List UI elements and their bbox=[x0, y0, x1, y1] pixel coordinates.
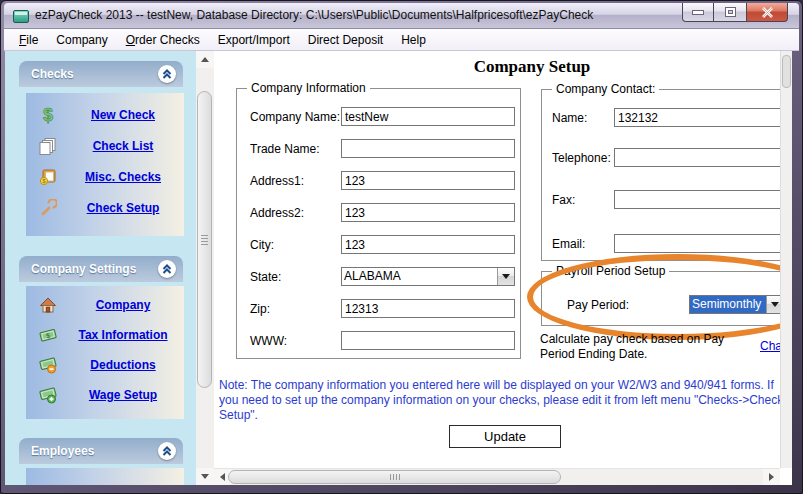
www-label: WWW: bbox=[250, 334, 287, 348]
company-name-label: Company Name: bbox=[250, 110, 340, 124]
sidebar-item-label[interactable]: Company bbox=[62, 298, 184, 312]
collapse-button[interactable] bbox=[158, 442, 176, 460]
sidebar-panel-header-company-settings[interactable]: Company Settings bbox=[19, 256, 183, 282]
company-setup-panel: Company Setup Company Information Compan… bbox=[214, 51, 792, 485]
minimize-icon bbox=[693, 11, 703, 14]
maximize-button[interactable] bbox=[714, 3, 746, 22]
field-row-address2: Address2: bbox=[237, 203, 520, 222]
chevron-double-up-icon bbox=[161, 445, 173, 457]
email-field[interactable] bbox=[614, 234, 782, 253]
telephone-label: Telephone: bbox=[552, 151, 611, 165]
copy-pages-icon bbox=[34, 137, 62, 155]
payroll-period-groupbox: Payroll Period Setup Pay Period: Semimon… bbox=[541, 271, 789, 326]
close-button[interactable] bbox=[746, 3, 788, 22]
close-icon bbox=[761, 7, 774, 18]
calculate-note: Calculate pay check based on Pay Period … bbox=[540, 332, 748, 362]
pay-period-combobox[interactable]: Semimonthly bbox=[689, 295, 784, 314]
email-label: Email: bbox=[552, 237, 585, 251]
chevron-double-up-icon bbox=[161, 263, 173, 275]
scroll-up-button[interactable] bbox=[196, 51, 214, 68]
menu-bar: FileCompanyOrder ChecksExport/ImportDire… bbox=[4, 29, 799, 51]
horizontal-scrollbar[interactable] bbox=[214, 468, 780, 485]
sidebar-item-misc-checks[interactable]: $Misc. Checks bbox=[26, 161, 184, 192]
client-area: Checks$New CheckCheck List$Misc. ChecksC… bbox=[5, 51, 792, 485]
city-field[interactable] bbox=[341, 235, 515, 254]
sidebar-item-label[interactable]: New Check bbox=[62, 108, 184, 122]
menu-item-company[interactable]: Company bbox=[47, 30, 116, 50]
vertical-scrollbar-thumb[interactable] bbox=[197, 91, 212, 388]
collapse-button[interactable] bbox=[158, 260, 176, 278]
menu-item-direct-deposit[interactable]: Direct Deposit bbox=[299, 30, 392, 50]
menu-item-export-import[interactable]: Export/Import bbox=[209, 30, 299, 50]
arrow-right-icon bbox=[769, 473, 774, 481]
panel-title: Company Settings bbox=[31, 262, 136, 276]
fax-field[interactable] bbox=[614, 190, 782, 209]
sidebar-item-label[interactable]: Check List bbox=[62, 139, 184, 153]
sidebar-item-label[interactable]: Check Setup bbox=[62, 201, 184, 215]
sidebar-item-new-check[interactable]: $New Check bbox=[26, 99, 184, 130]
sidebar-item-check-list[interactable]: Check List bbox=[26, 130, 184, 161]
combobox-dropdown-button[interactable] bbox=[497, 268, 514, 285]
money-icon: $ bbox=[34, 326, 62, 344]
chevron-down-icon bbox=[771, 302, 779, 307]
vertical-scrollbar-thumb[interactable] bbox=[782, 55, 791, 88]
sidebar-item-label[interactable]: Wage Setup bbox=[62, 388, 184, 402]
pay-period-label: Pay Period: bbox=[567, 298, 629, 312]
field-row-telephone: Telephone: bbox=[542, 148, 788, 167]
app-icon bbox=[13, 10, 29, 23]
scroll-down-button[interactable] bbox=[196, 468, 214, 485]
window-controls bbox=[682, 3, 788, 22]
zip-field[interactable] bbox=[341, 299, 515, 318]
horizontal-scrollbar-thumb[interactable] bbox=[228, 470, 561, 484]
wrench-icon bbox=[34, 199, 62, 217]
field-row-email: Email: bbox=[542, 234, 788, 253]
address1-field[interactable] bbox=[341, 171, 515, 190]
update-button[interactable]: Update bbox=[449, 425, 561, 448]
field-row-www: WWW: bbox=[237, 331, 520, 350]
trade-name-field[interactable] bbox=[341, 139, 515, 158]
chevron-double-up-icon bbox=[161, 68, 173, 80]
state-label: State: bbox=[250, 270, 281, 284]
address2-field[interactable] bbox=[341, 203, 515, 222]
menu-item-help[interactable]: Help bbox=[392, 30, 435, 50]
collapse-button[interactable] bbox=[158, 65, 176, 83]
state-combobox[interactable]: ALABAMA bbox=[341, 267, 515, 286]
menu-item-file[interactable]: File bbox=[10, 30, 47, 50]
sidebar-item-label[interactable]: Misc. Checks bbox=[62, 170, 184, 184]
www-field[interactable] bbox=[341, 331, 515, 350]
arrow-down-icon bbox=[201, 474, 209, 479]
groupbox-legend: Company Contact: bbox=[552, 82, 659, 96]
minimize-button[interactable] bbox=[682, 3, 714, 22]
telephone-field[interactable] bbox=[614, 148, 782, 167]
sidebar-item-wage-setup[interactable]: Wage Setup bbox=[26, 380, 184, 410]
panel-title: Employees bbox=[31, 444, 94, 458]
city-label: City: bbox=[250, 238, 274, 252]
company-name-field[interactable] bbox=[341, 107, 515, 126]
field-row-name: Name: bbox=[542, 108, 788, 127]
title-bar: ezPayCheck 2013 -- testNew, Database Dir… bbox=[4, 3, 799, 29]
sidebar-vertical-scrollbar[interactable] bbox=[196, 51, 214, 485]
sidebar-item-company[interactable]: Company bbox=[26, 290, 184, 320]
sidebar-panel-body-employees bbox=[26, 468, 184, 485]
sidebar-item-tax-information[interactable]: $Tax Information bbox=[26, 320, 184, 350]
sidebar-item-label[interactable]: Deductions bbox=[62, 358, 184, 372]
main-vertical-scrollbar[interactable] bbox=[780, 51, 792, 468]
address1-label: Address1: bbox=[250, 174, 304, 188]
info-note: Note: The company information you entere… bbox=[219, 378, 792, 423]
sidebar-item-deductions[interactable]: Deductions bbox=[26, 350, 184, 380]
company-contact-groupbox: Company Contact: Name:Telephone:Fax:Emai… bbox=[541, 89, 789, 261]
name-label: Name: bbox=[552, 111, 587, 125]
sidebar-item-check-setup[interactable]: Check Setup bbox=[26, 192, 184, 223]
state-value: ALABAMA bbox=[342, 268, 497, 285]
field-row-zip: Zip: bbox=[237, 299, 520, 318]
fax-label: Fax: bbox=[552, 193, 575, 207]
sidebar-item-label[interactable]: Tax Information bbox=[62, 328, 184, 342]
arrow-left-icon bbox=[220, 473, 225, 481]
name-field[interactable] bbox=[614, 108, 782, 127]
sidebar-panel-header-employees[interactable]: Employees bbox=[19, 438, 183, 464]
field-row-company-name: Company Name: bbox=[237, 107, 520, 126]
sidebar-panel-header-checks[interactable]: Checks bbox=[19, 61, 183, 87]
scroll-right-button[interactable] bbox=[763, 469, 780, 485]
chevron-down-icon bbox=[502, 274, 510, 279]
menu-item-order-checks[interactable]: Order Checks bbox=[117, 30, 209, 50]
